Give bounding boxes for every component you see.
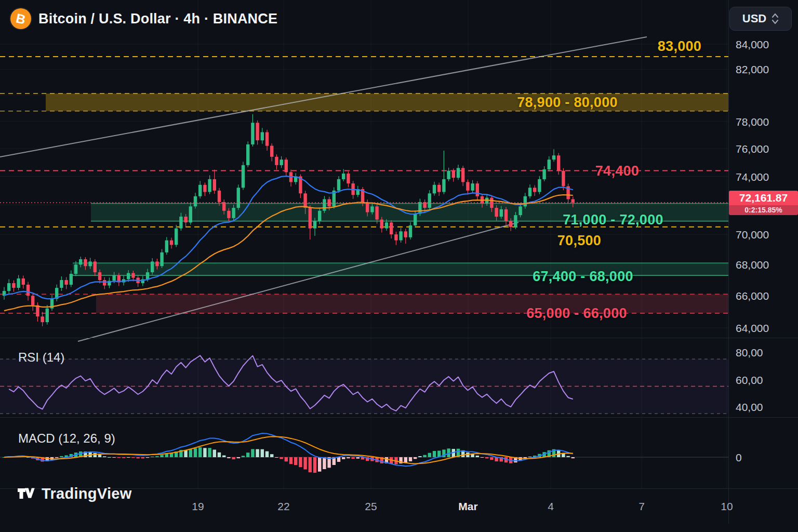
tradingview-mark-icon xyxy=(16,483,36,504)
rsi-indicator-label[interactable]: RSI (14) xyxy=(18,350,64,365)
pane-divider[interactable] xyxy=(0,338,798,338)
symbol-header: B Bitcoin / U.S. Dollar · 4h · BINANCE xyxy=(10,8,277,29)
price-tick: 76,000 xyxy=(736,143,769,155)
price-tick: 74,000 xyxy=(736,171,769,183)
symbol-title: Bitcoin / U.S. Dollar · 4h · BINANCE xyxy=(38,11,277,27)
price-tick: 64,000 xyxy=(736,322,769,335)
macd-zero-tick: 0 xyxy=(736,451,742,464)
rsi-tick: 80,00 xyxy=(736,347,763,359)
time-tick: 19 xyxy=(192,500,204,513)
pane-divider[interactable] xyxy=(0,417,798,418)
price-tick: 78,000 xyxy=(736,116,769,128)
currency-dropdown[interactable]: USD xyxy=(729,7,792,31)
currency-label: USD xyxy=(742,12,766,25)
current-price-countdown: 0:2:15.85% xyxy=(729,205,798,215)
rsi-tick: 60,00 xyxy=(736,374,763,387)
price-tick: 82,000 xyxy=(736,63,769,76)
price-tick: 84,000 xyxy=(736,38,769,51)
tradingview-logo[interactable]: TradingView xyxy=(16,483,132,504)
time-tick: 25 xyxy=(365,500,377,513)
time-tick: Mar xyxy=(458,500,477,513)
time-tick: 22 xyxy=(277,500,289,513)
chevron-updown-icon xyxy=(772,12,779,25)
tradingview-chart-window: 83,00078,900 - 80,00074,40071,000 - 72,0… xyxy=(0,0,798,532)
current-price-badge: 72,161.87 0:2:15.85% xyxy=(729,191,798,215)
macd-indicator-label[interactable]: MACD (12, 26, 9) xyxy=(18,431,115,446)
price-tick: 70,000 xyxy=(736,229,769,241)
tradingview-logo-text: TradingView xyxy=(42,485,132,502)
time-tick: 4 xyxy=(548,500,554,513)
time-tick: 7 xyxy=(639,500,645,513)
price-tick: 68,000 xyxy=(736,259,769,271)
price-axis[interactable]: 84,00082,00078,00076,00074,00070,00068,0… xyxy=(728,0,798,524)
price-tick: 66,000 xyxy=(736,290,769,302)
current-price-value: 72,161.87 xyxy=(729,191,798,205)
bitcoin-icon: B xyxy=(10,8,31,29)
rsi-tick: 40,00 xyxy=(736,401,763,414)
time-tick: 10 xyxy=(721,500,733,513)
